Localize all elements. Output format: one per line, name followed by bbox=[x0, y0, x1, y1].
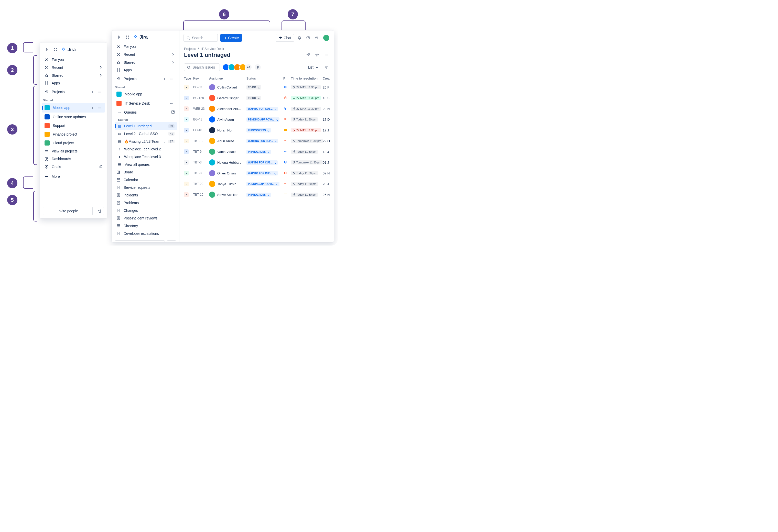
table-row[interactable]: • WEB-23 Alexander Arti... WAINTG FOR CU… bbox=[179, 103, 334, 114]
create-button[interactable]: Create bbox=[220, 34, 242, 42]
table-row[interactable]: • TBT-8 Oliver Onion WAINTG FOR CUS... T… bbox=[179, 168, 334, 179]
nav-changes[interactable]: Changes bbox=[114, 207, 177, 214]
assignee-cell[interactable]: Oliver Onion bbox=[209, 170, 246, 176]
assignee-cell[interactable]: Gerard Ginger bbox=[209, 95, 246, 101]
issue-key[interactable]: TBT-9 bbox=[193, 150, 209, 154]
profile-avatar[interactable] bbox=[323, 34, 330, 41]
assignee-cell[interactable]: Vania Vidalia bbox=[209, 149, 246, 155]
nav-problems[interactable]: Problems bbox=[114, 199, 177, 207]
add-icon[interactable] bbox=[89, 89, 95, 95]
feedback-button[interactable] bbox=[167, 241, 176, 243]
issue-key[interactable]: TBT-10 bbox=[193, 193, 209, 196]
settings-icon[interactable] bbox=[314, 35, 320, 41]
nav-recent[interactable]: Recent bbox=[42, 64, 105, 71]
assignee-cell[interactable]: Alexander Arti... bbox=[209, 106, 246, 112]
jira-logo[interactable]: Jira bbox=[133, 34, 148, 40]
queue-item[interactable]: Level 1 untriaged89 bbox=[115, 122, 177, 130]
nav-developer-escalations[interactable]: Developer escalations bbox=[114, 230, 177, 237]
status-tag[interactable]: PENDING APPROVAL bbox=[246, 117, 280, 122]
more-actions-icon[interactable] bbox=[323, 52, 329, 58]
status-tag[interactable]: PENDING APPROVAL bbox=[246, 182, 280, 186]
issue-key[interactable]: TBT-8 bbox=[193, 171, 209, 175]
app-switcher-icon[interactable] bbox=[53, 47, 59, 53]
table-row[interactable]: • TBT-19 Arjun Anise WAITING FOR SUP... … bbox=[179, 136, 334, 146]
project-support[interactable]: Support bbox=[42, 121, 105, 130]
project-finance-project[interactable]: Finance project bbox=[42, 130, 105, 139]
project-cloud-project[interactable]: Cloud project bbox=[42, 139, 105, 147]
view-all-queues-link[interactable]: View all queues bbox=[115, 161, 177, 168]
status-tag[interactable]: WAINTG FOR CUS... bbox=[246, 160, 278, 165]
assignee-cell[interactable]: Arjun Anise bbox=[209, 138, 246, 144]
more-icon[interactable] bbox=[168, 76, 174, 82]
status-tag[interactable]: WAITING FOR SUP... bbox=[246, 139, 278, 143]
nav-apps[interactable]: Apps bbox=[114, 66, 177, 74]
table-row[interactable]: • BG-41 Alvin Acorn PENDING APPROVAL Tod… bbox=[179, 114, 334, 125]
table-row[interactable]: • TBT-29 Tanya Turnip PENDING APPROVAL T… bbox=[179, 179, 334, 189]
view-mode-toggle[interactable]: List bbox=[308, 65, 319, 69]
status-tag[interactable]: IN PROGRESS bbox=[246, 193, 271, 197]
queue-item[interactable]: Workplace Tech level 2 bbox=[115, 145, 177, 153]
add-icon[interactable] bbox=[89, 105, 95, 111]
issue-key[interactable]: EO-10 bbox=[193, 128, 209, 132]
nav-apps[interactable]: Apps bbox=[42, 79, 105, 87]
table-row[interactable]: • TBT-10 Steve Scallion IN PROGRESS Toda… bbox=[179, 189, 334, 200]
more-icon[interactable] bbox=[168, 100, 174, 106]
nav-starred[interactable]: Starred bbox=[114, 58, 177, 66]
collapse-sidebar-icon[interactable] bbox=[116, 34, 122, 40]
nav-recent[interactable]: Recent bbox=[114, 51, 177, 58]
assignee-cell[interactable]: Norah Nori bbox=[209, 127, 246, 133]
nav-board[interactable]: Board bbox=[114, 168, 177, 176]
status-tag[interactable]: IN PROGRESS bbox=[246, 128, 271, 132]
queue-item[interactable]: 🔥Missing L2/L3 Team - AL...17 bbox=[115, 138, 177, 145]
project-mobile-app[interactable]: Mobile app bbox=[42, 103, 105, 112]
assignee-cell[interactable]: Tanya Turnip bbox=[209, 181, 246, 187]
nav-calendar[interactable]: Calendar bbox=[114, 176, 177, 184]
table-row[interactable]: • EO-10 Norah Nori IN PROGRESS 27 MAY, 1… bbox=[179, 125, 334, 136]
nav-service-requests[interactable]: Service requests bbox=[114, 184, 177, 191]
nav-directory[interactable]: Directory bbox=[114, 222, 177, 230]
chat-button[interactable]: Chat bbox=[276, 34, 294, 42]
invite-people-button[interactable]: Invite people bbox=[43, 207, 93, 215]
table-row[interactable]: • BG-63 Collin Collard TO DO 27 MAY, 11:… bbox=[179, 82, 334, 93]
assignee-filter-avatars[interactable]: +3 bbox=[222, 64, 261, 71]
assignee-cell[interactable]: Collin Collard bbox=[209, 84, 246, 90]
search-issues-input[interactable]: Search issues bbox=[184, 64, 220, 71]
nav-projects[interactable]: Projects bbox=[114, 74, 177, 84]
issue-key[interactable]: TBT-19 bbox=[193, 139, 209, 143]
nav-post-incident-reviews[interactable]: Post-incident reviews bbox=[114, 214, 177, 222]
issue-key[interactable]: BG-128 bbox=[193, 96, 209, 100]
crumb-projects[interactable]: Projects bbox=[184, 47, 196, 51]
feedback-button[interactable] bbox=[95, 207, 104, 215]
dashboards-link[interactable]: Dashboards bbox=[42, 155, 105, 163]
add-icon[interactable] bbox=[161, 76, 167, 82]
notifications-icon[interactable] bbox=[297, 35, 303, 41]
nav-incidents[interactable]: Incidents bbox=[114, 191, 177, 199]
collapse-sidebar-icon[interactable] bbox=[44, 47, 50, 53]
queue-item[interactable]: Level 2 - Global SSO41 bbox=[115, 130, 177, 138]
more-icon[interactable] bbox=[96, 89, 102, 95]
more-link[interactable]: More bbox=[42, 173, 105, 180]
status-tag[interactable]: TO DO bbox=[246, 85, 261, 90]
nav-for-you[interactable]: For you bbox=[114, 43, 177, 51]
issue-key[interactable]: TBT-3 bbox=[193, 161, 209, 164]
nav-for-you[interactable]: For you bbox=[42, 56, 105, 64]
issue-key[interactable]: BG-63 bbox=[193, 85, 209, 89]
crumb-project[interactable]: IT Service Desk bbox=[201, 47, 224, 51]
issue-key[interactable]: TBT-29 bbox=[193, 182, 209, 186]
assignee-cell[interactable]: Alvin Acorn bbox=[209, 116, 246, 122]
more-icon[interactable] bbox=[96, 105, 102, 111]
table-row[interactable]: • BG-128 Gerard Ginger TO DO 27 MAY, 11:… bbox=[179, 93, 334, 103]
table-row[interactable]: • TBT-3 Helena Hubbard WAINTG FOR CUS...… bbox=[179, 157, 334, 168]
global-search-input[interactable]: Search bbox=[183, 34, 218, 42]
issue-key[interactable]: WEB-23 bbox=[193, 107, 209, 110]
open-in-new-icon[interactable] bbox=[305, 52, 311, 58]
assignee-cell[interactable]: Helena Hubbard bbox=[209, 159, 246, 166]
assignee-cell[interactable]: Steve Scallion bbox=[209, 192, 246, 198]
issue-key[interactable]: BG-41 bbox=[193, 118, 209, 121]
invite-people-button[interactable]: Invite people bbox=[115, 241, 165, 243]
queue-item[interactable]: Workplace Tech level 3 bbox=[115, 153, 177, 161]
project-online-store-updates[interactable]: Online store updates bbox=[42, 112, 105, 121]
app-switcher-icon[interactable] bbox=[125, 34, 131, 40]
jira-logo[interactable]: Jira bbox=[61, 47, 76, 53]
status-tag[interactable]: WAINTG FOR CUS... bbox=[246, 107, 278, 111]
